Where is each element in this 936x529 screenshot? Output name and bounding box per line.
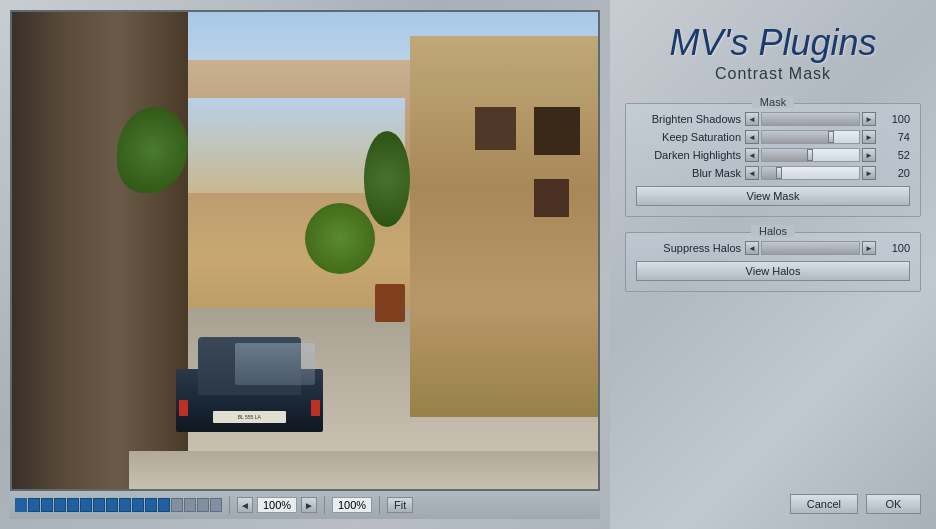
keep-saturation-left-arrow[interactable]: ◄ (745, 130, 759, 144)
fit-button[interactable]: Fit (387, 497, 413, 513)
suppress-halos-value: 100 (880, 242, 910, 254)
blur-mask-slider[interactable]: ◄ ► (745, 166, 876, 180)
image-container: BL 555 LA (10, 10, 600, 491)
tree (364, 131, 411, 226)
progress-seg-16 (210, 498, 222, 512)
brighten-shadows-left-arrow[interactable]: ◄ (745, 112, 759, 126)
image-bottom-bar: ◄ 100% ► 100% Fit (10, 491, 600, 519)
darken-highlights-left-arrow[interactable]: ◄ (745, 148, 759, 162)
progress-seg-12 (158, 498, 170, 512)
keep-saturation-value: 74 (880, 131, 910, 143)
brand-logo: MV's Plugins (625, 25, 921, 61)
progress-seg-8 (106, 498, 118, 512)
zoom-left-arrow-btn[interactable]: ◄ (237, 497, 253, 513)
blur-mask-row: Blur Mask ◄ ► 20 (636, 166, 910, 180)
suppress-halos-slider[interactable]: ◄ ► (745, 241, 876, 255)
halos-group-title: Halos (751, 225, 795, 237)
blur-mask-right-arrow[interactable]: ► (862, 166, 876, 180)
suppress-halos-left-arrow[interactable]: ◄ (745, 241, 759, 255)
keep-saturation-row: Keep Saturation ◄ ► 74 (636, 130, 910, 144)
blur-mask-label: Blur Mask (636, 167, 741, 179)
separator-1 (229, 496, 230, 514)
keep-saturation-track[interactable] (761, 130, 860, 144)
brighten-shadows-row: Brighten Shadows ◄ ► 100 (636, 112, 910, 126)
pavement (129, 451, 598, 489)
zoom-display: 100% (257, 497, 297, 513)
darken-highlights-row: Darken Highlights ◄ ► 52 (636, 148, 910, 162)
darken-highlights-slider[interactable]: ◄ ► (745, 148, 876, 162)
progress-seg-9 (119, 498, 131, 512)
brighten-shadows-value: 100 (880, 113, 910, 125)
brighten-shadows-slider[interactable]: ◄ ► (745, 112, 876, 126)
darken-highlights-right-arrow[interactable]: ► (862, 148, 876, 162)
brighten-shadows-fill (762, 113, 859, 125)
right-building (410, 36, 598, 418)
suppress-halos-label: Suppress Halos (636, 242, 741, 254)
window3 (475, 107, 516, 150)
progress-seg-11 (145, 498, 157, 512)
view-mask-button[interactable]: View Mask (636, 186, 910, 206)
brighten-shadows-track[interactable] (761, 112, 860, 126)
vegetation-mid (305, 203, 375, 275)
progress-seg-2 (28, 498, 40, 512)
right-panel: MV's Plugins Contrast Mask Mask Brighten… (610, 0, 936, 529)
progress-seg-7 (93, 498, 105, 512)
blur-mask-track[interactable] (761, 166, 860, 180)
progress-seg-1 (15, 498, 27, 512)
suppress-halos-row: Suppress Halos ◄ ► 100 (636, 241, 910, 255)
ok-button[interactable]: OK (866, 494, 921, 514)
blur-mask-value: 20 (880, 167, 910, 179)
progress-seg-6 (80, 498, 92, 512)
progress-seg-13 (171, 498, 183, 512)
darken-highlights-thumb (807, 149, 813, 161)
window2 (534, 179, 569, 217)
moped (375, 284, 404, 322)
mask-group: Mask Brighten Shadows ◄ ► 100 Keep Satur… (625, 103, 921, 217)
progress-seg-10 (132, 498, 144, 512)
view-halos-button[interactable]: View Halos (636, 261, 910, 281)
bottom-buttons: Cancel OK (625, 489, 921, 519)
separator-3 (379, 496, 380, 514)
window1 (534, 107, 581, 155)
mask-group-title: Mask (752, 96, 794, 108)
keep-saturation-thumb (828, 131, 834, 143)
main-container: BL 555 LA (0, 0, 936, 529)
progress-seg-4 (54, 498, 66, 512)
progress-seg-14 (184, 498, 196, 512)
progress-seg-3 (41, 498, 53, 512)
car: BL 555 LA (176, 327, 323, 432)
blur-mask-thumb (776, 167, 782, 179)
brighten-shadows-right-arrow[interactable]: ► (862, 112, 876, 126)
suppress-halos-fill (762, 242, 859, 254)
keep-saturation-label: Keep Saturation (636, 131, 741, 143)
suppress-halos-track[interactable] (761, 241, 860, 255)
keep-saturation-slider[interactable]: ◄ ► (745, 130, 876, 144)
progress-bar (15, 498, 222, 512)
darken-highlights-label: Darken Highlights (636, 149, 741, 161)
brand-subtitle: Contrast Mask (625, 65, 921, 83)
zoom-right-arrow-btn[interactable]: ► (301, 497, 317, 513)
cancel-button[interactable]: Cancel (790, 494, 858, 514)
progress-seg-5 (67, 498, 79, 512)
halos-group: Halos Suppress Halos ◄ ► 100 View Halos (625, 232, 921, 292)
brand-area: MV's Plugins Contrast Mask (625, 10, 921, 93)
darken-highlights-track[interactable] (761, 148, 860, 162)
keep-saturation-fill (762, 131, 834, 143)
photo-scene: BL 555 LA (12, 12, 598, 489)
progress-seg-15 (197, 498, 209, 512)
separator-2 (324, 496, 325, 514)
darken-highlights-value: 52 (880, 149, 910, 161)
zoom-display-2: 100% (332, 497, 372, 513)
suppress-halos-right-arrow[interactable]: ► (862, 241, 876, 255)
brighten-shadows-label: Brighten Shadows (636, 113, 741, 125)
blur-mask-left-arrow[interactable]: ◄ (745, 166, 759, 180)
keep-saturation-right-arrow[interactable]: ► (862, 130, 876, 144)
left-panel: BL 555 LA (0, 0, 610, 529)
darken-highlights-fill (762, 149, 812, 161)
left-wall (12, 12, 188, 489)
